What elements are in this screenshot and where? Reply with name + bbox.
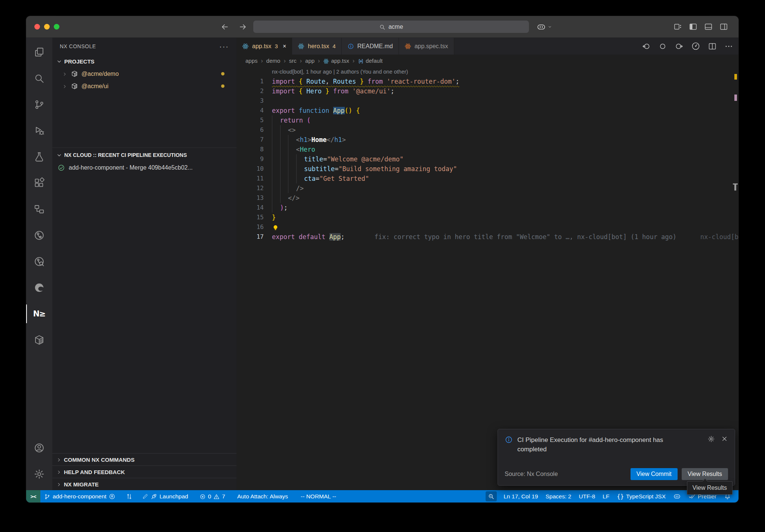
breadcrumb-item-default[interactable]: default: [358, 57, 382, 64]
pipeline-execution-item[interactable]: add-hero-component - Merge 409b44e5cb02.…: [52, 161, 236, 174]
sidebar-more-actions-icon[interactable]: ···: [219, 44, 229, 48]
code-line-9: 9title="Welcome @acme/demo": [236, 154, 738, 164]
gitlens-inspect-icon: [34, 256, 45, 267]
problems-item[interactable]: 0 7: [196, 490, 229, 502]
activity-bar-source-control-icon[interactable]: [26, 92, 52, 118]
auto-attach-item[interactable]: Auto Attach: Always: [233, 490, 292, 502]
history-forward-icon[interactable]: [238, 22, 247, 31]
line-number: 14: [236, 203, 272, 213]
code-line-3: 3: [236, 96, 738, 106]
search-icon: [379, 23, 385, 30]
close-tab-icon[interactable]: ×: [283, 43, 286, 50]
activity-bar-extensions-icon[interactable]: [26, 170, 52, 196]
projects-section-header[interactable]: PROJECTS: [52, 55, 236, 68]
tab-app.tsx[interactable]: app.tsx3×: [236, 38, 292, 55]
activity-bar-search-icon[interactable]: [26, 65, 52, 92]
activity-bar-project-graph-icon[interactable]: [26, 196, 52, 222]
toggle-primary-sidebar-icon[interactable]: [689, 22, 697, 31]
tab-label: hero.tsx: [308, 43, 329, 50]
copilot-status-item[interactable]: [669, 490, 685, 502]
zoom-out-item[interactable]: [486, 491, 497, 501]
customize-layout-icon[interactable]: [673, 22, 682, 31]
breadcrumb-item-apps[interactable]: apps: [245, 58, 258, 64]
activity-bar-package-icon[interactable]: [26, 327, 52, 353]
remote-indicator[interactable]: ><: [26, 490, 40, 502]
indentation-item[interactable]: Spaces: 2: [542, 490, 575, 502]
zoom-out-icon: [488, 493, 495, 500]
indent-guide: [280, 125, 288, 135]
launchpad-item[interactable]: Launchpad: [139, 490, 192, 502]
project-item[interactable]: @acme/demo: [52, 68, 236, 80]
activity-bar-run-debug-icon[interactable]: [26, 118, 52, 144]
vim-mode-item[interactable]: -- NORMAL --: [297, 490, 340, 502]
chevron-down-icon: [56, 58, 62, 65]
activity-bar-explorer-icon[interactable]: [26, 39, 52, 65]
activity-bar-nx-console-icon[interactable]: N≥: [26, 301, 52, 327]
line-number: 17: [236, 232, 272, 242]
code-editor[interactable]: nx-cloud[bot], 1 hour ago | 2 authors (Y…: [236, 67, 738, 490]
tab-README.md[interactable]: README.md: [342, 38, 399, 55]
command-center-search[interactable]: acme: [253, 21, 529, 33]
editor-group: app.tsx3×hero.tsx4README.mdapp.spec.tsx …: [236, 38, 738, 490]
activity-bar-testing-icon[interactable]: [26, 144, 52, 170]
breadcrumb-item-demo[interactable]: demo: [266, 58, 281, 64]
commit-graph-item[interactable]: [122, 490, 136, 502]
sidebar-section-common-nx-commands[interactable]: COMMON NX COMMANDS: [52, 453, 236, 466]
nx-cloud-section-header[interactable]: NX CLOUD :: RECENT CI PIPELINE EXECUTION…: [52, 149, 236, 161]
line-number: 10: [236, 164, 272, 174]
close-window-button[interactable]: [34, 24, 40, 30]
breadcrumb-item-src[interactable]: src: [289, 58, 297, 64]
indent-guide: [280, 193, 288, 203]
notification-settings-gear-icon[interactable]: [707, 435, 715, 443]
notification-close-icon[interactable]: [721, 435, 728, 443]
sidebar-section-nx-migrate[interactable]: NX MIGRATE: [52, 478, 236, 490]
indent-guide: [280, 154, 288, 164]
cursor-position-item[interactable]: Ln 17, Col 19: [500, 490, 542, 502]
activity-bar-settings-gear-icon[interactable]: [26, 461, 52, 487]
more-actions-icon[interactable]: [724, 42, 733, 51]
toggle-panel-icon[interactable]: [704, 22, 713, 31]
chevron-right-icon: [56, 456, 62, 463]
status-bar: >< add-hero-component Launchpad 0 7 Auto…: [26, 490, 738, 502]
navigate-back-icon[interactable]: [642, 42, 651, 51]
encoding-item[interactable]: UTF-8: [575, 490, 599, 502]
tab-label: README.md: [357, 43, 393, 50]
toggle-secondary-sidebar-icon[interactable]: [719, 22, 728, 31]
split-editor-icon[interactable]: [708, 42, 717, 51]
tab-app.spec.tsx[interactable]: app.spec.tsx: [399, 38, 454, 55]
view-commit-button[interactable]: View Commit: [631, 468, 678, 480]
activity-bar-account-icon[interactable]: [26, 435, 52, 461]
copilot-icon: [536, 22, 546, 32]
navigate-position-icon[interactable]: [658, 42, 667, 51]
indent-guide: [288, 174, 296, 183]
activity-bar-gitlens-inspect-icon[interactable]: [26, 248, 52, 275]
activity-bar-edge-tools-icon[interactable]: [26, 275, 52, 301]
timeline-icon[interactable]: [691, 41, 700, 51]
activity-bar: N≥: [26, 38, 52, 490]
history-back-icon[interactable]: [220, 22, 229, 31]
language-mode-item[interactable]: {} TypeScript JSX: [613, 490, 669, 502]
minimize-window-button[interactable]: [44, 24, 50, 30]
project-item[interactable]: @acme/ui: [52, 80, 236, 92]
search-value: acme: [388, 24, 403, 30]
zoom-window-button[interactable]: [54, 24, 59, 30]
navigate-forward-icon[interactable]: [675, 42, 684, 51]
indent-guide: [288, 145, 296, 154]
code-line-8: 8<Hero: [236, 145, 738, 154]
vscode-window: acme N≥ NX CONSOLE ··· PROJECTS @acme: [26, 16, 738, 502]
breadcrumb-item-app.tsx[interactable]: app.tsx: [323, 57, 349, 64]
package-icon: [34, 334, 45, 346]
indent-guide: [272, 115, 280, 125]
copilot-icon: [673, 492, 681, 500]
chevron-right-icon: [56, 481, 62, 488]
copilot-menu[interactable]: [536, 16, 553, 37]
activity-bar-gitlens-icon[interactable]: [26, 222, 52, 248]
git-branch-item[interactable]: add-hero-component: [40, 490, 119, 502]
breadcrumb-item-app[interactable]: app: [305, 58, 315, 64]
tab-hero.tsx[interactable]: hero.tsx4: [292, 38, 341, 55]
title-bar: acme: [26, 16, 738, 38]
project-graph-icon: [34, 204, 45, 215]
sidebar-section-help-and-feedback[interactable]: HELP AND FEEDBACK: [52, 466, 236, 478]
eol-item[interactable]: LF: [599, 490, 613, 502]
braces-icon: {}: [617, 493, 624, 500]
